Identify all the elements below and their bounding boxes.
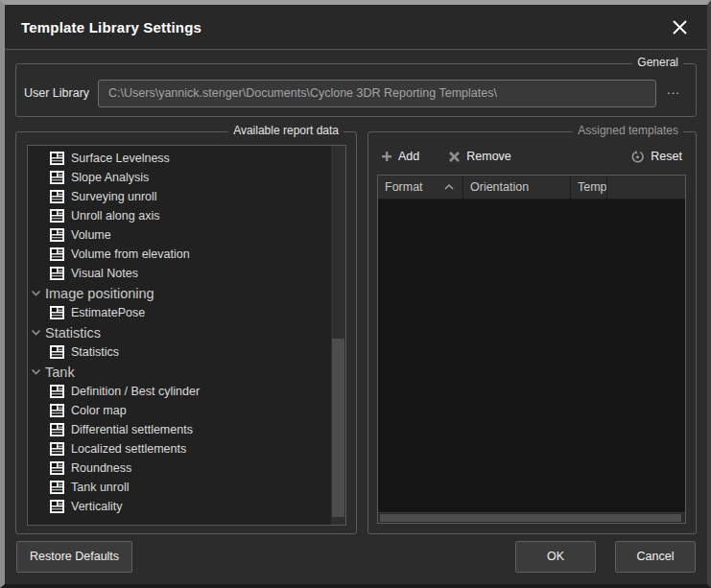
- report-template-icon: [50, 423, 64, 436]
- remove-button-label: Remove: [466, 150, 511, 163]
- tree-item[interactable]: Slope Analysis: [29, 168, 331, 187]
- cancel-button[interactable]: Cancel: [615, 541, 696, 573]
- tree-item[interactable]: Surveying unroll: [29, 187, 331, 206]
- tree-item[interactable]: Volume: [29, 225, 331, 245]
- tree-item-label: Surface Levelness: [71, 152, 170, 165]
- templates-table-header: FormatOrientationTemp: [378, 176, 685, 200]
- report-template-icon: [50, 500, 64, 513]
- tree-item[interactable]: Localized settlements: [29, 439, 331, 459]
- user-library-label: User Library: [24, 86, 89, 100]
- tree-item-label: Image positioning: [45, 286, 154, 301]
- tree-item[interactable]: Unroll along axis: [29, 206, 331, 225]
- tree-item-label: EstimatePose: [71, 306, 145, 319]
- remove-x-icon: [448, 151, 461, 163]
- general-group-label: General: [632, 56, 683, 70]
- tree-category[interactable]: Statistics: [29, 322, 331, 342]
- assigned-templates-group: Assigned templates Add: [367, 131, 697, 534]
- tree-item-label: Volume: [71, 228, 111, 242]
- browse-button[interactable]: ...: [661, 82, 686, 104]
- column-header-orientation[interactable]: Orientation: [463, 176, 571, 199]
- column-header-label: Format: [385, 180, 423, 194]
- tree-item-label: Definition / Best cylinder: [71, 385, 200, 398]
- report-template-icon: [50, 481, 64, 494]
- close-button[interactable]: [665, 12, 694, 41]
- report-template-icon: [50, 209, 64, 223]
- user-library-path-input[interactable]: [98, 80, 656, 107]
- tree-item[interactable]: Definition / Best cylinder: [29, 382, 331, 401]
- report-template-icon: [50, 461, 64, 475]
- tree-item-label: Unroll along axis: [71, 209, 159, 223]
- assigned-templates-label: Assigned templates: [573, 124, 683, 138]
- report-template-icon: [50, 404, 64, 417]
- tree-item[interactable]: Verticality: [29, 497, 331, 516]
- tree-item[interactable]: Surface Levelness: [29, 149, 331, 168]
- available-report-data-group: Available report data Surface LevelnessS…: [15, 131, 357, 534]
- tree-vertical-scrollbar[interactable]: [331, 146, 345, 525]
- tree-item[interactable]: Statistics: [29, 342, 331, 362]
- title-bar: Template Library Settings: [5, 5, 707, 50]
- tree-item-label: Statistics: [45, 325, 101, 341]
- reset-button-label: Reset: [651, 150, 682, 163]
- table-horizontal-scrollbar[interactable]: [378, 512, 685, 523]
- report-template-icon: [50, 228, 64, 242]
- report-template-icon: [50, 345, 64, 359]
- tree-item-label: Verticality: [71, 500, 123, 513]
- tree-item-label: Tank: [45, 365, 75, 380]
- template-library-settings-dialog: Template Library Settings General User L…: [0, 0, 711, 588]
- tree-category[interactable]: Image positioning: [29, 283, 331, 303]
- restore-defaults-button[interactable]: Restore Defaults: [16, 541, 132, 573]
- tree-item-label: Roundness: [71, 461, 131, 475]
- report-data-tree: Surface LevelnessSlope AnalysisSurveying…: [28, 146, 331, 525]
- report-template-icon: [50, 152, 64, 165]
- report-template-icon: [50, 442, 64, 456]
- report-template-icon: [50, 247, 64, 261]
- report-template-icon: [50, 306, 64, 319]
- add-button[interactable]: Add: [377, 148, 423, 165]
- templates-table-body[interactable]: [378, 200, 685, 512]
- tree-item-label: Surveying unroll: [71, 190, 157, 203]
- tree-item-label: Statistics: [71, 345, 119, 359]
- scrollbar-thumb[interactable]: [332, 339, 344, 517]
- close-icon: [671, 18, 689, 36]
- general-group: General User Library ...: [15, 63, 697, 117]
- dialog-body: General User Library ... Available repor…: [5, 50, 707, 584]
- column-header-label: Orientation: [470, 180, 529, 194]
- tree-item[interactable]: Tank unroll: [29, 478, 331, 497]
- tree-item[interactable]: Differential settlements: [29, 420, 331, 439]
- tree-item-label: Slope Analysis: [71, 171, 149, 184]
- column-header-blank[interactable]: [607, 176, 685, 199]
- report-template-icon: [50, 190, 64, 203]
- remove-button[interactable]: Remove: [444, 148, 515, 165]
- templates-toolbar: Add Remove: [377, 144, 686, 169]
- tree-item[interactable]: EstimatePose: [29, 303, 331, 322]
- tree-item-label: Tank unroll: [71, 481, 129, 494]
- tree-item[interactable]: Visual Notes: [29, 264, 331, 283]
- tree-item-label: Color map: [71, 404, 127, 417]
- report-template-icon: [50, 385, 64, 398]
- ok-button[interactable]: OK: [515, 541, 596, 573]
- sort-ascending-icon: [444, 184, 454, 190]
- reset-button[interactable]: Reset: [627, 148, 686, 166]
- chevron-down-icon: [31, 289, 41, 297]
- tree-item[interactable]: Color map: [29, 401, 331, 420]
- chevron-down-icon: [31, 328, 41, 337]
- column-header-label: Temp: [578, 180, 607, 194]
- available-report-data-label: Available report data: [228, 124, 344, 138]
- add-button-label: Add: [398, 150, 419, 163]
- tree-item[interactable]: Roundness: [29, 459, 331, 478]
- report-template-icon: [50, 171, 64, 184]
- report-data-panel: Surface LevelnessSlope AnalysisSurveying…: [27, 145, 346, 526]
- dialog-title: Template Library Settings: [21, 19, 201, 35]
- plus-icon: [381, 151, 392, 162]
- tree-item-label: Localized settlements: [71, 442, 186, 456]
- scrollbar-thumb[interactable]: [380, 514, 681, 522]
- tree-item-label: Differential settlements: [71, 423, 193, 436]
- tree-category[interactable]: Tank: [29, 362, 331, 382]
- tree-item[interactable]: Volume from elevation: [29, 245, 331, 264]
- footer-bar: Restore Defaults OK Cancel: [15, 534, 697, 576]
- column-header-format[interactable]: Format: [378, 176, 463, 199]
- column-header-temp[interactable]: Temp: [571, 176, 607, 199]
- tree-item-label: Volume from elevation: [71, 247, 190, 261]
- report-template-icon: [50, 267, 64, 280]
- tree-item-label: Visual Notes: [71, 267, 138, 280]
